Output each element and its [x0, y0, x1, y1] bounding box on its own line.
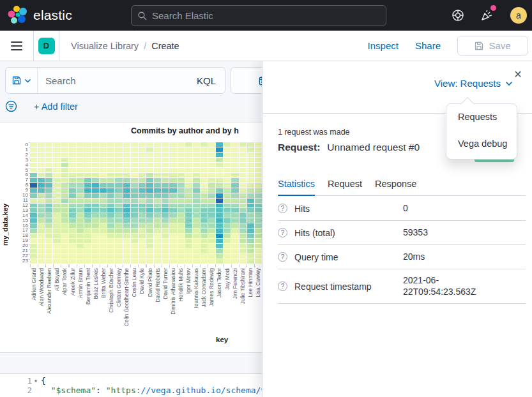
heatmap-cell: [61, 234, 68, 238]
x-tick-label: Colin Goodheart-Smithe: [123, 268, 130, 333]
heatmap-cell: [45, 178, 52, 183]
news-feed-icon[interactable]: [480, 9, 493, 22]
heatmap-cell: [146, 218, 153, 223]
save-button[interactable]: Save: [457, 36, 528, 56]
heatmap-cell: [123, 249, 130, 253]
help-icon[interactable]: [452, 9, 464, 22]
heatmap-cell: [193, 254, 200, 258]
heatmap-cell: [92, 188, 99, 193]
heatmap-cell: [162, 163, 169, 167]
heatmap-cell: [69, 163, 76, 167]
heatmap-cell: [69, 153, 76, 157]
share-button[interactable]: Share: [415, 40, 441, 51]
heatmap-cell: [69, 244, 76, 248]
tab-response[interactable]: Response: [375, 179, 416, 195]
heatmap-cell: [115, 249, 122, 253]
heatmap-cell: [123, 188, 130, 193]
heatmap-cell: [107, 213, 114, 218]
heatmap-cell: [162, 234, 169, 238]
heatmap-cell: [77, 142, 84, 147]
heatmap-cell: [38, 208, 45, 213]
saved-query-menu-button[interactable]: [6, 68, 38, 93]
x-tick-label: David Turner: [162, 268, 169, 333]
heatmap-cell: [208, 168, 215, 172]
heatmap-cell: [247, 168, 254, 172]
heatmap-cell: [30, 228, 37, 233]
heatmap-cell: [208, 153, 215, 157]
heatmap-cell: [224, 193, 231, 198]
heatmap-cell: [45, 158, 52, 162]
heatmap-cell: [84, 183, 91, 188]
kql-language-button[interactable]: KQL: [188, 75, 225, 86]
global-search-input[interactable]: Search Elastic: [131, 5, 386, 26]
x-tick-label: Christoph Büscher: [107, 268, 115, 333]
heatmap-cell: [146, 183, 153, 188]
heatmap-cell: [61, 142, 68, 147]
heatmap-cell: [224, 153, 231, 157]
heatmap-cell: [162, 218, 169, 223]
heatmap-cell: [247, 153, 254, 157]
avatar[interactable]: a: [510, 7, 527, 24]
heatmap-cell: [115, 158, 122, 162]
heatmap-cell: [123, 173, 130, 177]
heatmap-cell: [231, 168, 238, 172]
add-filter-button[interactable]: + Add filter: [34, 101, 78, 112]
heatmap-cell: [115, 208, 122, 213]
heatmap-cell: [30, 163, 37, 167]
heatmap-cell: [255, 188, 262, 193]
heatmap-cell: [61, 228, 68, 233]
x-axis-tick-labels: Adrien GrandAlan WoodwardAlexander Reels…: [30, 268, 262, 333]
heatmap-cell: [185, 218, 192, 223]
heatmap-cell: [84, 158, 91, 162]
heatmap-cell: [216, 228, 223, 233]
heatmap-cell: [193, 239, 200, 243]
heatmap-cell: [201, 153, 208, 157]
heatmap-cell: [107, 158, 114, 162]
stat-value: 2021-06-22T09:54:23.563Z: [403, 275, 486, 297]
heatmap-cell: [216, 249, 223, 253]
tab-request[interactable]: Request: [328, 179, 362, 195]
heatmap-cell: [92, 173, 99, 177]
heatmap-cell: [154, 249, 161, 253]
help-circle-icon[interactable]: ?: [278, 281, 287, 291]
kql-search-input[interactable]: Search: [38, 75, 188, 86]
heatmap-cell: [208, 163, 215, 167]
heatmap-cell: [131, 163, 138, 167]
heatmap-cell: [231, 208, 238, 213]
popover-item-requests[interactable]: Requests: [458, 112, 497, 122]
heatmap-cell: [201, 213, 208, 218]
fold-caret-icon[interactable]: ▾: [34, 376, 38, 386]
heatmap-cell: [146, 188, 153, 193]
heatmap-cell: [77, 163, 84, 167]
breadcrumb-visualize-library[interactable]: Visualize Library: [71, 41, 139, 51]
app-badge[interactable]: D: [38, 38, 55, 54]
heatmap-cell: [45, 163, 52, 167]
heatmap-cell: [201, 228, 208, 233]
heatmap-cell: [239, 254, 247, 258]
heatmap-cell: [239, 208, 247, 213]
popover-item-vega-debug[interactable]: Vega debug: [458, 139, 507, 149]
menu-hamburger-icon[interactable]: [0, 31, 34, 61]
heatmap-cell: [77, 213, 84, 218]
x-tick-label: Ioannis Kakavas: [192, 268, 200, 333]
heatmap-cell: [84, 142, 91, 147]
heatmap-cell: [162, 259, 169, 264]
help-circle-icon[interactable]: ?: [278, 204, 287, 213]
filter-circle-icon[interactable]: [5, 100, 17, 112]
heatmap-cell: [115, 163, 122, 167]
heatmap-cell: [162, 223, 169, 228]
inspect-button[interactable]: Inspect: [368, 40, 399, 51]
help-circle-icon[interactable]: ?: [278, 228, 287, 237]
heatmap-cell: [146, 254, 153, 258]
tab-statistics[interactable]: Statistics: [278, 179, 315, 196]
help-circle-icon[interactable]: ?: [278, 252, 287, 262]
request-name[interactable]: Unnamed request #0: [327, 142, 420, 153]
heatmap-cell: [216, 254, 223, 258]
elastic-logo-icon[interactable]: [8, 5, 28, 26]
heatmap-cell: [100, 173, 107, 177]
heatmap-cell: [69, 223, 76, 228]
heatmap-grid[interactable]: [30, 142, 262, 264]
view-requests-selector[interactable]: View: Requests: [434, 78, 513, 89]
heatmap-cell: [193, 204, 200, 208]
heatmap-cell: [77, 223, 84, 228]
